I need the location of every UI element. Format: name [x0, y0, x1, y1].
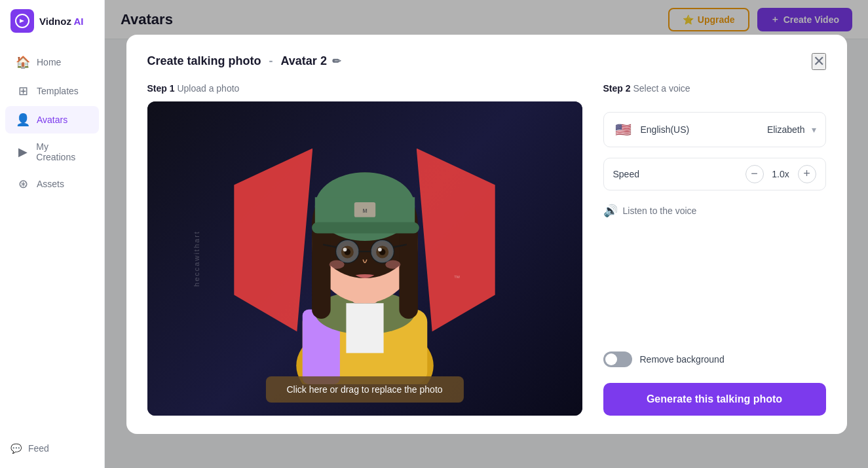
- listen-voice-button[interactable]: 🔊 Listen to the voice: [603, 201, 826, 221]
- toggle-knob: [605, 353, 617, 365]
- sidebar-item-label: Templates: [37, 86, 79, 96]
- my-creations-icon: ▶: [16, 145, 29, 159]
- watermark: heccawithart: [192, 230, 200, 287]
- svg-rect-12: [399, 225, 418, 319]
- modal-overlay[interactable]: Create talking photo - Avatar 2 ✏ ✕ Step…: [105, 0, 868, 468]
- step2-label: Step 2 Select a voice: [603, 83, 826, 94]
- svg-point-30: [378, 247, 382, 251]
- logo-icon: [10, 9, 34, 33]
- sidebar-item-my-creations[interactable]: ▶ My Creations: [5, 135, 99, 169]
- avatars-icon: 👤: [16, 113, 30, 127]
- remove-background-label: Remove background: [640, 354, 725, 365]
- svg-point-31: [329, 260, 344, 268]
- logo-text: Vidnoz AI: [39, 16, 84, 27]
- voice-name: Elizabeth: [767, 124, 805, 135]
- step1-label: Step 1 Upload a photo: [147, 83, 582, 94]
- flag-icon: 🇺🇸: [613, 119, 634, 140]
- svg-text:M: M: [362, 207, 367, 214]
- edit-icon[interactable]: ✏: [332, 55, 341, 67]
- modal-dialog: Create talking photo - Avatar 2 ✏ ✕ Step…: [126, 35, 847, 434]
- svg-rect-15: [312, 222, 419, 233]
- speed-value: 1.0x: [770, 169, 791, 179]
- remove-background-row: Remove background: [603, 351, 826, 367]
- assets-icon: ⊛: [16, 177, 30, 191]
- audio-icon: 🔊: [603, 204, 618, 218]
- sidebar-item-label: Home: [37, 57, 61, 67]
- close-button[interactable]: ✕: [812, 53, 826, 70]
- generate-button[interactable]: Generate this talking photo: [603, 383, 826, 416]
- svg-rect-11: [312, 225, 331, 319]
- sidebar-item-feed[interactable]: 💬 Feed: [10, 437, 94, 460]
- tm-badge: ™: [454, 274, 461, 281]
- chevron-down-icon: ▾: [812, 124, 816, 135]
- sidebar-item-label: My Creations: [36, 141, 88, 162]
- right-panel: Step 2 Select a voice 🇺🇸 English(US) Eli…: [603, 83, 826, 416]
- sidebar-item-home[interactable]: 🏠 Home: [5, 48, 99, 76]
- photo-upload-area[interactable]: M: [147, 101, 582, 416]
- sidebar-item-label: Avatars: [37, 115, 67, 125]
- modal-body: Step 1 Upload a photo: [147, 83, 826, 416]
- speed-label: Speed: [613, 169, 739, 179]
- speed-increase-button[interactable]: +: [798, 165, 816, 183]
- speed-control: Speed − 1.0x +: [603, 158, 826, 190]
- voice-language: English(US): [641, 124, 761, 135]
- logo: Vidnoz AI: [0, 0, 94, 42]
- sidebar-bottom: 💬 Feed: [0, 429, 104, 468]
- feed-label: Feed: [28, 443, 49, 454]
- svg-point-32: [385, 260, 400, 268]
- title-separator: -: [269, 54, 273, 68]
- avatar-name: Avatar 2: [281, 54, 327, 68]
- speed-decrease-button[interactable]: −: [745, 165, 764, 183]
- svg-rect-5: [346, 303, 383, 353]
- svg-point-29: [343, 247, 347, 251]
- sidebar-item-avatars[interactable]: 👤 Avatars: [5, 106, 99, 134]
- left-panel: Step 1 Upload a photo: [147, 83, 582, 416]
- modal-header: Create talking photo - Avatar 2 ✏ ✕: [147, 53, 826, 70]
- home-icon: 🏠: [16, 55, 30, 69]
- templates-icon: ⊞: [16, 84, 30, 98]
- sidebar: Vidnoz AI 🏠 Home ⊞ Templates 👤 Avatars ▶…: [0, 0, 105, 468]
- sidebar-item-templates[interactable]: ⊞ Templates: [5, 77, 99, 105]
- feed-icon: 💬: [10, 443, 22, 454]
- modal-title: Create talking photo - Avatar 2 ✏: [147, 54, 341, 68]
- replace-photo-button[interactable]: Click here or drag to replace the photo: [265, 376, 463, 403]
- voice-selector[interactable]: 🇺🇸 English(US) Elizabeth ▾: [603, 112, 826, 147]
- listen-label: Listen to the voice: [623, 206, 697, 216]
- sidebar-nav: 🏠 Home ⊞ Templates 👤 Avatars ▶ My Creati…: [0, 47, 104, 429]
- sidebar-item-label: Assets: [37, 179, 64, 189]
- avatar-image: M: [260, 122, 470, 384]
- sidebar-item-assets[interactable]: ⊛ Assets: [5, 170, 99, 198]
- remove-background-toggle[interactable]: [603, 351, 632, 367]
